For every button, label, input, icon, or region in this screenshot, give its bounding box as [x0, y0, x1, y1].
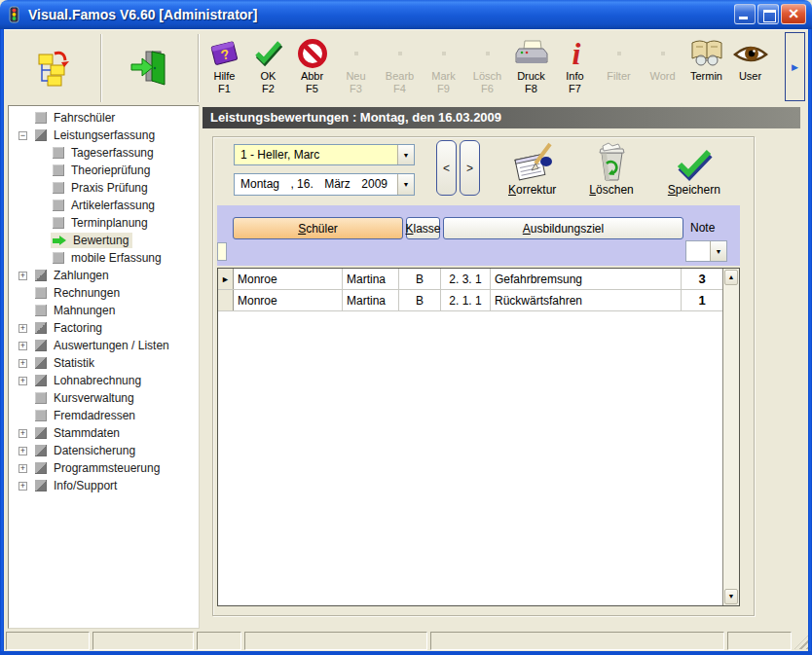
tree-expander-icon[interactable] — [18, 447, 27, 455]
toolbar-big-button-icon — [129, 52, 166, 85]
tree-item[interactable]: Bewertung — [9, 232, 199, 249]
tree-expander-icon[interactable] — [18, 324, 27, 333]
action-button[interactable]: Löschen — [572, 139, 650, 198]
grid-row[interactable]: Monroe Martina B 2. 1. 1 Rückwärtsfahren… — [218, 290, 722, 311]
column-sort-button-label: Ausbildungsziel — [523, 222, 604, 236]
toolbar-button[interactable]: i Info F7 — [553, 34, 597, 102]
tree-item[interactable]: mobile Erfassung — [9, 249, 199, 267]
resize-grip[interactable] — [794, 636, 808, 649]
status-panel — [197, 632, 241, 650]
cell-firstname[interactable]: Martina — [343, 290, 399, 310]
tree-item[interactable]: Mahnungen — [9, 302, 199, 319]
toolbar-button-icon — [732, 37, 769, 70]
toolbar-button[interactable]: Filter — [597, 34, 641, 102]
scroll-down-icon[interactable]: ▼ — [724, 589, 738, 604]
toolbar-button[interactable]: Neu F3 — [334, 34, 378, 102]
minimize-button[interactable] — [734, 4, 756, 24]
tree-item[interactable]: Fahrschüler — [9, 109, 199, 127]
student-select[interactable]: 1 - Heller, Marc ▼ — [234, 144, 415, 165]
chevron-down-icon[interactable]: ▼ — [710, 241, 726, 261]
tree-item[interactable]: Programmsteuerung — [9, 459, 199, 477]
tree-node-icon — [35, 322, 47, 334]
tree-item[interactable]: Datensicherung — [9, 442, 199, 459]
status-panel — [430, 632, 724, 650]
window-title: Visual.Famos V6.60 [Administrator] — [28, 7, 257, 22]
action-button[interactable]: Speichern — [651, 139, 737, 198]
tree-node-icon — [35, 375, 47, 386]
toolbar-big-button[interactable] — [100, 34, 195, 102]
cell-klasse[interactable]: B — [399, 269, 441, 289]
tree-expander-icon[interactable] — [18, 272, 27, 280]
toolbar-button-label: Lösch — [473, 70, 501, 83]
tree-expander-icon[interactable] — [18, 482, 27, 491]
toolbar-button[interactable]: Lösch F6 — [465, 34, 509, 102]
column-sort-button[interactable]: Schüler — [233, 217, 403, 239]
column-sort-button[interactable]: Ausbildungsziel — [443, 217, 683, 239]
title-bar[interactable]: Visual.Famos V6.60 [Administrator] ✕ — [0, 0, 812, 29]
status-panel — [92, 632, 194, 650]
cell-firstname[interactable]: Martina — [343, 269, 399, 289]
next-day-button[interactable]: > — [460, 140, 480, 196]
toolbar-button[interactable]: Termin — [684, 34, 728, 102]
previous-day-button[interactable]: < — [436, 140, 457, 196]
note-filter-select[interactable]: ▼ — [685, 240, 727, 262]
cell-training-goal[interactable]: Gefahrbremsung — [491, 269, 682, 289]
cell-lesson-number[interactable]: 2. 1. 1 — [441, 290, 491, 310]
window-border-right — [808, 29, 812, 651]
cell-grade[interactable]: 1 — [682, 290, 722, 310]
tree-item[interactable]: Auswertungen / Listen — [9, 337, 199, 354]
tree-expander-icon[interactable] — [18, 464, 27, 473]
tree-item[interactable]: Artikelerfassung — [9, 197, 199, 214]
toolbar-button[interactable]: Mark F9 — [422, 34, 465, 102]
chevron-down-icon[interactable]: ▼ — [397, 174, 414, 195]
scroll-up-icon[interactable]: ▲ — [724, 270, 738, 285]
tree-item[interactable]: Info/Support — [9, 477, 199, 494]
tree-item[interactable]: Fremdadressen — [9, 407, 199, 424]
toolbar-button-icon — [354, 37, 358, 70]
cell-lastname[interactable]: Monroe — [234, 290, 343, 310]
toolbar-button[interactable]: Abbr F5 — [290, 34, 334, 102]
tree-item[interactable]: Tageserfassung — [9, 144, 199, 162]
action-button[interactable]: Korrektur — [493, 139, 572, 198]
toolbar-button[interactable]: User — [728, 34, 772, 102]
cell-training-goal[interactable]: Rückwärtsfahren — [491, 290, 682, 310]
tree-item[interactable]: Kursverwaltung — [9, 389, 199, 407]
cell-klasse[interactable]: B — [399, 290, 441, 310]
date-select[interactable]: Montag , 16. März 2009 ▼ — [234, 173, 415, 196]
toolbar-button[interactable]: Word — [641, 34, 684, 102]
toolbar-overflow-button[interactable]: ▶ — [785, 32, 805, 101]
tree-item[interactable]: Praxis Prüfung — [9, 179, 199, 197]
note-column-label: Note — [690, 221, 715, 235]
tree-item[interactable]: Zahlungen — [9, 267, 199, 284]
filter-input[interactable] — [217, 242, 227, 261]
toolbar-button[interactable]: ? Hilfe F1 — [203, 34, 246, 102]
grid-scrollbar[interactable]: ▲ ▼ — [722, 269, 739, 605]
tree-item[interactable]: Theorieprüfung — [9, 162, 199, 179]
cell-grade[interactable]: 3 — [682, 269, 722, 289]
toolbar-big-button[interactable] — [6, 34, 100, 102]
chevron-down-icon[interactable]: ▼ — [397, 145, 414, 164]
tree-item[interactable]: Lohnabrechnung — [9, 372, 199, 389]
tree-item[interactable]: Stammdaten — [9, 424, 199, 442]
tree-item[interactable]: Rechnungen — [9, 284, 199, 302]
toolbar-button[interactable]: Druck F8 — [509, 34, 553, 102]
maximize-button[interactable] — [757, 4, 779, 24]
window-border-bottom — [0, 651, 812, 655]
toolbar-button[interactable]: Bearb F4 — [378, 34, 422, 102]
toolbar-button-icon: i — [566, 37, 585, 70]
cell-lastname[interactable]: Monroe — [234, 269, 343, 289]
column-sort-button[interactable]: Klasse — [406, 217, 440, 239]
tree-expander-icon[interactable] — [18, 377, 27, 385]
close-button[interactable]: ✕ — [781, 4, 806, 24]
tree-expander-icon[interactable] — [18, 131, 27, 140]
cell-lesson-number[interactable]: 2. 3. 1 — [441, 269, 491, 289]
tree-item[interactable]: Terminplanung — [9, 214, 199, 232]
tree-item[interactable]: Factoring — [9, 319, 199, 337]
tree-expander-icon[interactable] — [18, 342, 27, 350]
toolbar-button[interactable]: OK F2 — [246, 34, 290, 102]
tree-expander-icon[interactable] — [18, 359, 27, 368]
tree-item[interactable]: Statistik — [9, 354, 199, 372]
tree-expander-icon[interactable] — [18, 429, 27, 438]
grid-row[interactable]: ► Monroe Martina B 2. 3. 1 Gefahrbremsun… — [218, 269, 722, 290]
tree-item[interactable]: Leistungserfassung — [9, 127, 199, 144]
